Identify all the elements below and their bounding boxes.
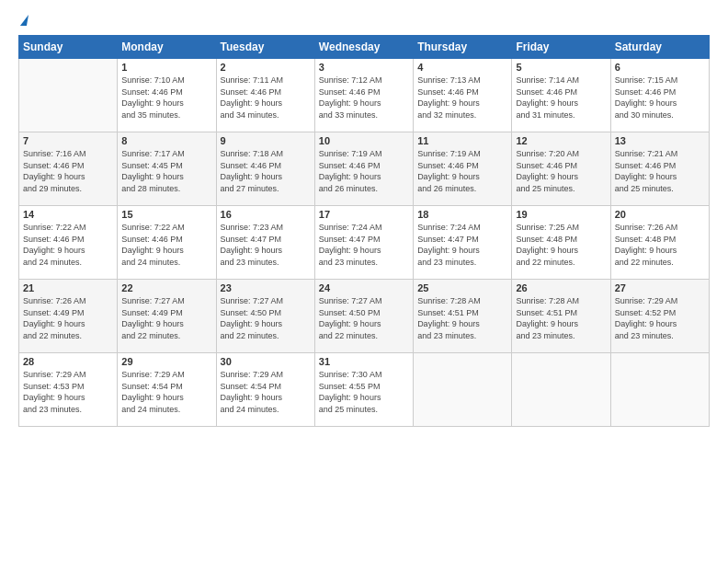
day-info: Sunrise: 7:27 AM Sunset: 4:49 PM Dayligh… (121, 295, 211, 341)
day-number: 16 (221, 209, 311, 220)
day-info: Sunrise: 7:24 AM Sunset: 4:47 PM Dayligh… (417, 222, 507, 268)
day-info: Sunrise: 7:29 AM Sunset: 4:52 PM Dayligh… (615, 295, 705, 341)
day-info: Sunrise: 7:11 AM Sunset: 4:46 PM Dayligh… (221, 75, 311, 121)
calendar-cell: 23Sunrise: 7:27 AM Sunset: 4:50 PM Dayli… (216, 280, 314, 353)
day-number: 29 (121, 356, 211, 367)
day-info: Sunrise: 7:26 AM Sunset: 4:48 PM Dayligh… (615, 222, 705, 268)
day-number: 20 (615, 209, 705, 220)
day-number: 1 (121, 62, 211, 73)
day-number: 25 (417, 282, 507, 293)
day-info: Sunrise: 7:29 AM Sunset: 4:54 PM Dayligh… (221, 369, 311, 415)
calendar-cell: 14Sunrise: 7:22 AM Sunset: 4:46 PM Dayli… (19, 206, 118, 280)
day-info: Sunrise: 7:18 AM Sunset: 4:46 PM Dayligh… (221, 148, 311, 194)
day-info: Sunrise: 7:28 AM Sunset: 4:51 PM Dayligh… (417, 295, 507, 341)
day-info: Sunrise: 7:22 AM Sunset: 4:46 PM Dayligh… (121, 222, 211, 268)
day-info: Sunrise: 7:13 AM Sunset: 4:46 PM Dayligh… (417, 75, 507, 121)
calendar-cell: 20Sunrise: 7:26 AM Sunset: 4:48 PM Dayli… (610, 206, 709, 280)
day-number: 28 (23, 356, 113, 367)
day-number: 14 (23, 209, 113, 220)
day-number: 8 (121, 135, 211, 146)
day-info: Sunrise: 7:27 AM Sunset: 4:50 PM Dayligh… (221, 295, 311, 341)
day-info: Sunrise: 7:24 AM Sunset: 4:47 PM Dayligh… (319, 222, 409, 268)
day-number: 7 (23, 135, 113, 146)
day-number: 3 (319, 62, 409, 73)
calendar-week-row: 21Sunrise: 7:26 AM Sunset: 4:49 PM Dayli… (19, 280, 710, 353)
calendar-cell: 6Sunrise: 7:15 AM Sunset: 4:46 PM Daylig… (610, 59, 709, 132)
calendar-cell: 25Sunrise: 7:28 AM Sunset: 4:51 PM Dayli… (414, 280, 512, 353)
day-info: Sunrise: 7:16 AM Sunset: 4:46 PM Dayligh… (23, 148, 113, 194)
calendar-cell: 16Sunrise: 7:23 AM Sunset: 4:47 PM Dayli… (216, 206, 314, 280)
day-info: Sunrise: 7:19 AM Sunset: 4:46 PM Dayligh… (319, 148, 409, 194)
day-info: Sunrise: 7:15 AM Sunset: 4:46 PM Dayligh… (615, 75, 705, 121)
day-info: Sunrise: 7:19 AM Sunset: 4:46 PM Dayligh… (417, 148, 507, 194)
calendar-table: SundayMondayTuesdayWednesdayThursdayFrid… (18, 35, 710, 427)
day-number: 13 (615, 135, 705, 146)
calendar-container: SundayMondayTuesdayWednesdayThursdayFrid… (0, 0, 728, 563)
calendar-day-header: Friday (512, 36, 610, 59)
calendar-cell: 31Sunrise: 7:30 AM Sunset: 4:55 PM Dayli… (314, 353, 413, 427)
calendar-cell: 19Sunrise: 7:25 AM Sunset: 4:48 PM Dayli… (512, 206, 610, 280)
header (18, 15, 710, 26)
calendar-cell: 5Sunrise: 7:14 AM Sunset: 4:46 PM Daylig… (512, 59, 610, 132)
day-info: Sunrise: 7:25 AM Sunset: 4:48 PM Dayligh… (516, 222, 606, 268)
day-number: 18 (417, 209, 507, 220)
calendar-day-header: Wednesday (314, 36, 413, 59)
calendar-cell: 15Sunrise: 7:22 AM Sunset: 4:46 PM Dayli… (118, 206, 216, 280)
calendar-week-row: 7Sunrise: 7:16 AM Sunset: 4:46 PM Daylig… (19, 132, 710, 206)
calendar-cell: 13Sunrise: 7:21 AM Sunset: 4:46 PM Dayli… (610, 132, 709, 206)
day-info: Sunrise: 7:29 AM Sunset: 4:53 PM Dayligh… (23, 369, 113, 415)
calendar-day-header: Tuesday (216, 36, 314, 59)
calendar-header-row: SundayMondayTuesdayWednesdayThursdayFrid… (19, 36, 710, 59)
calendar-cell: 24Sunrise: 7:27 AM Sunset: 4:50 PM Dayli… (314, 280, 413, 353)
calendar-cell: 17Sunrise: 7:24 AM Sunset: 4:47 PM Dayli… (314, 206, 413, 280)
calendar-cell: 11Sunrise: 7:19 AM Sunset: 4:46 PM Dayli… (414, 132, 512, 206)
day-info: Sunrise: 7:28 AM Sunset: 4:51 PM Dayligh… (516, 295, 606, 341)
day-info: Sunrise: 7:26 AM Sunset: 4:49 PM Dayligh… (23, 295, 113, 341)
day-number: 10 (319, 135, 409, 146)
day-number: 19 (516, 209, 606, 220)
day-info: Sunrise: 7:29 AM Sunset: 4:54 PM Dayligh… (121, 369, 211, 415)
calendar-cell: 7Sunrise: 7:16 AM Sunset: 4:46 PM Daylig… (19, 132, 118, 206)
calendar-cell: 10Sunrise: 7:19 AM Sunset: 4:46 PM Dayli… (314, 132, 413, 206)
calendar-cell: 27Sunrise: 7:29 AM Sunset: 4:52 PM Dayli… (610, 280, 709, 353)
day-number: 22 (121, 282, 211, 293)
calendar-week-row: 1Sunrise: 7:10 AM Sunset: 4:46 PM Daylig… (19, 59, 710, 132)
day-info: Sunrise: 7:23 AM Sunset: 4:47 PM Dayligh… (221, 222, 311, 268)
day-info: Sunrise: 7:21 AM Sunset: 4:46 PM Dayligh… (615, 148, 705, 194)
day-info: Sunrise: 7:10 AM Sunset: 4:46 PM Dayligh… (121, 75, 211, 121)
calendar-cell: 30Sunrise: 7:29 AM Sunset: 4:54 PM Dayli… (216, 353, 314, 427)
calendar-day-header: Saturday (610, 36, 709, 59)
day-number: 27 (615, 282, 705, 293)
calendar-day-header: Thursday (414, 36, 512, 59)
calendar-cell: 1Sunrise: 7:10 AM Sunset: 4:46 PM Daylig… (118, 59, 216, 132)
day-number: 30 (221, 356, 311, 367)
calendar-cell (414, 353, 512, 427)
calendar-cell: 18Sunrise: 7:24 AM Sunset: 4:47 PM Dayli… (414, 206, 512, 280)
day-number: 26 (516, 282, 606, 293)
day-info: Sunrise: 7:17 AM Sunset: 4:45 PM Dayligh… (121, 148, 211, 194)
calendar-cell: 26Sunrise: 7:28 AM Sunset: 4:51 PM Dayli… (512, 280, 610, 353)
day-number: 15 (121, 209, 211, 220)
day-number: 21 (23, 282, 113, 293)
logo (18, 15, 28, 26)
day-info: Sunrise: 7:27 AM Sunset: 4:50 PM Dayligh… (319, 295, 409, 341)
day-number: 11 (417, 135, 507, 146)
calendar-cell: 29Sunrise: 7:29 AM Sunset: 4:54 PM Dayli… (118, 353, 216, 427)
day-info: Sunrise: 7:20 AM Sunset: 4:46 PM Dayligh… (516, 148, 606, 194)
day-number: 6 (615, 62, 705, 73)
calendar-cell: 4Sunrise: 7:13 AM Sunset: 4:46 PM Daylig… (414, 59, 512, 132)
calendar-cell: 12Sunrise: 7:20 AM Sunset: 4:46 PM Dayli… (512, 132, 610, 206)
day-number: 2 (221, 62, 311, 73)
day-number: 31 (319, 356, 409, 367)
day-number: 5 (516, 62, 606, 73)
day-number: 23 (221, 282, 311, 293)
calendar-cell: 22Sunrise: 7:27 AM Sunset: 4:49 PM Dayli… (118, 280, 216, 353)
calendar-week-row: 14Sunrise: 7:22 AM Sunset: 4:46 PM Dayli… (19, 206, 710, 280)
calendar-day-header: Monday (118, 36, 216, 59)
calendar-cell: 3Sunrise: 7:12 AM Sunset: 4:46 PM Daylig… (314, 59, 413, 132)
day-number: 17 (319, 209, 409, 220)
calendar-cell (19, 59, 118, 132)
day-info: Sunrise: 7:12 AM Sunset: 4:46 PM Dayligh… (319, 75, 409, 121)
day-number: 24 (319, 282, 409, 293)
day-info: Sunrise: 7:14 AM Sunset: 4:46 PM Dayligh… (516, 75, 606, 121)
